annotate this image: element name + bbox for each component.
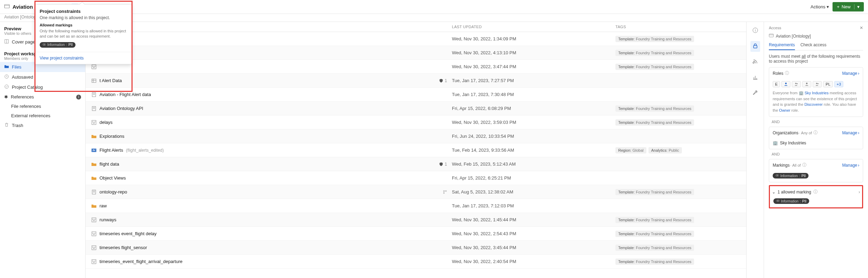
tag[interactable]: Template: Foundry Training and Resources	[615, 217, 694, 223]
doc-icon	[91, 92, 97, 97]
tags-cell: Template: Foundry Training and Resources	[615, 119, 741, 126]
last-updated: Tue, Jan 17, 2023, 7:30:48 PM	[452, 92, 615, 97]
project-constraints-popover: Project constraints One marking is allow…	[34, 4, 132, 64]
tags-cell: Region: GlobalAnalytics: Public	[615, 147, 741, 153]
tag[interactable]: Region: Global	[615, 147, 646, 153]
tab-requirements[interactable]: Requirements	[769, 42, 795, 50]
table-header: NAME LAST UPDATED TAGS	[86, 22, 746, 32]
table-row[interactable]: timeseries flight_sensorWed, Nov 30, 202…	[86, 241, 746, 255]
tag[interactable]: Analytics: Public	[648, 147, 682, 153]
info-icon[interactable]: ⓘ	[785, 70, 789, 76]
manage-orgs-link[interactable]: Manage ›	[842, 130, 859, 135]
table-row[interactable]: Object ViewsFri, Apr 15, 2022, 6:25:21 P…	[86, 171, 746, 185]
info-icon[interactable]: ⓘ	[813, 130, 818, 136]
svg-rect-30	[92, 120, 96, 125]
last-updated: Wed, Nov 30, 2022, 2:40:54 PM	[452, 259, 615, 264]
sidebar-item-autosaved[interactable]: Autosaved	[0, 72, 85, 82]
file-name: Flight Alerts	[99, 148, 123, 153]
table-row[interactable]: flight data1Wed, Feb 15, 2023, 5:12:43 A…	[86, 157, 746, 171]
last-updated: Tue, Jan 17, 2023, 7:12:03 PM	[452, 203, 615, 208]
info-icon[interactable]: ⓘ	[802, 162, 806, 168]
chevron-right-icon: ›	[859, 190, 860, 194]
view-constraints-link[interactable]: View project constraints	[35, 52, 132, 64]
sidebar-item-external-refs[interactable]: External references	[0, 111, 85, 120]
tag[interactable]: Template: Foundry Training and Resources	[615, 231, 694, 237]
close-icon[interactable]: ✕	[860, 25, 863, 30]
last-updated: Wed, Nov 30, 2022, 1:45:44 PM	[452, 217, 615, 222]
asterisk-icon: ✱	[4, 94, 8, 100]
svg-rect-21	[92, 79, 96, 82]
svg-rect-41	[92, 218, 96, 222]
role-chip[interactable]	[792, 81, 801, 87]
tab-check-access[interactable]: Check access	[801, 42, 827, 50]
file-name: timeseries event_flight delay	[99, 231, 157, 236]
popover-text: One marking is allowed in this project.	[40, 15, 127, 20]
role-chip[interactable]: E	[773, 81, 780, 87]
table-row[interactable]: Aviation - Flight Alert dataTue, Jan 17,…	[86, 88, 746, 102]
tag[interactable]: Template: Foundry Training and Resources	[615, 105, 694, 112]
file-name: Explorations	[99, 134, 125, 139]
table-row[interactable]: Flight Alerts(flight_alerts_edited)Tue, …	[86, 143, 746, 157]
chart-icon[interactable]	[750, 72, 760, 83]
rss-icon[interactable]	[750, 57, 760, 67]
role-chip[interactable]	[802, 81, 811, 87]
sidebar-item-file-refs[interactable]: File references	[0, 102, 85, 111]
table-row[interactable]: ExplorationsFri, Jun 24, 2022, 10:33:54 …	[86, 129, 746, 143]
table-row[interactable]: rawTue, Jan 17, 2023, 7:12:03 PM	[86, 199, 746, 213]
table-row[interactable]: delaysWed, Nov 30, 2022, 3:59:03 PMTempl…	[86, 116, 746, 129]
allowed-markings-highlight: ⌄ 1 allowed marking ⓘ › Information:PII	[769, 185, 863, 208]
svg-text:i: i	[755, 29, 755, 32]
role-chip-more[interactable]: +3	[834, 81, 844, 87]
access-heading: Access	[769, 26, 781, 30]
tag[interactable]: Template: Foundry Training and Resources	[615, 36, 694, 42]
marking-pill: Information:PII	[773, 198, 809, 204]
file-name: delays	[99, 120, 113, 125]
table-row[interactable]: Aviation Ontology APIFri, Apr 15, 2022, …	[86, 102, 746, 116]
info-icon[interactable]: i	[750, 25, 760, 36]
allowed-marking-toggle[interactable]: ⌄ 1 allowed marking ⓘ ›	[771, 187, 861, 197]
tag[interactable]: Template: Foundry Training and Resources	[615, 259, 694, 265]
table-row[interactable]: Wed, Nov 30, 2022, 1:34:09 PMTemplate: F…	[86, 32, 746, 46]
wrench-icon[interactable]	[750, 88, 760, 99]
actions-button[interactable]: Actions ▾	[811, 4, 829, 9]
sidebar-item-references[interactable]: ✱ References i	[0, 92, 85, 102]
role-chip[interactable]	[781, 81, 790, 87]
plus-icon: +	[837, 4, 839, 9]
tag[interactable]: Template: Foundry Training and Resources	[615, 50, 694, 56]
svg-point-39	[444, 192, 445, 193]
role-chip[interactable]: PL	[823, 81, 833, 87]
table-row[interactable]: Wed, Nov 30, 2022, 3:47:44 PMTemplate: F…	[86, 60, 746, 74]
manage-roles-link[interactable]: Manage ›	[842, 71, 859, 76]
col-name[interactable]: NAME	[91, 25, 452, 29]
col-tags[interactable]: TAGS	[615, 25, 741, 29]
table-row[interactable]: timeseries_event_flight_arrival_departur…	[86, 255, 746, 269]
lock-icon[interactable]	[750, 41, 760, 52]
tags-cell: Template: Foundry Training and Resources	[615, 50, 741, 56]
table-row[interactable]: runwaysWed, Nov 30, 2022, 1:45:44 PMTemp…	[86, 213, 746, 227]
tag[interactable]: Template: Foundry Training and Resources	[615, 189, 694, 195]
table-row[interactable]: Wed, Nov 30, 2022, 4:13:10 PMTemplate: F…	[86, 46, 746, 60]
table-row[interactable]: timeseries event_flight delayWed, Nov 30…	[86, 227, 746, 241]
last-updated: Wed, Nov 30, 2022, 3:45:44 PM	[452, 245, 615, 250]
col-updated[interactable]: LAST UPDATED	[452, 25, 615, 29]
new-button[interactable]: + New ▾	[833, 2, 864, 11]
info-icon[interactable]: ⓘ	[813, 189, 818, 195]
chevron-down-icon: ▾	[827, 4, 829, 9]
tag[interactable]: Template: Foundry Training and Resources	[615, 64, 694, 70]
ontology-icon	[91, 217, 97, 223]
chevron-right-icon: ›	[858, 130, 859, 135]
role-chip[interactable]	[813, 81, 822, 87]
sidebar-item-catalog[interactable]: Project Catalog	[0, 82, 85, 92]
table-row[interactable]: t Alert Data1Tue, Jan 17, 2023, 7:27:57 …	[86, 74, 746, 88]
table-row[interactable]: ontology-repoSat, Aug 5, 2023, 12:38:02 …	[86, 185, 746, 199]
alerts-icon	[91, 148, 97, 153]
manage-markings-link[interactable]: Manage ›	[842, 163, 859, 168]
and-divider: AND	[772, 152, 860, 156]
svg-point-71	[778, 200, 779, 201]
tag[interactable]: Template: Foundry Training and Resources	[615, 245, 694, 251]
sidebar-item-trash[interactable]: Trash	[0, 120, 85, 130]
tag[interactable]: Template: Foundry Training and Resources	[615, 119, 694, 126]
row-indicator	[443, 190, 447, 194]
project-icon	[4, 3, 10, 10]
tags-cell: Template: Foundry Training and Resources	[615, 231, 741, 237]
